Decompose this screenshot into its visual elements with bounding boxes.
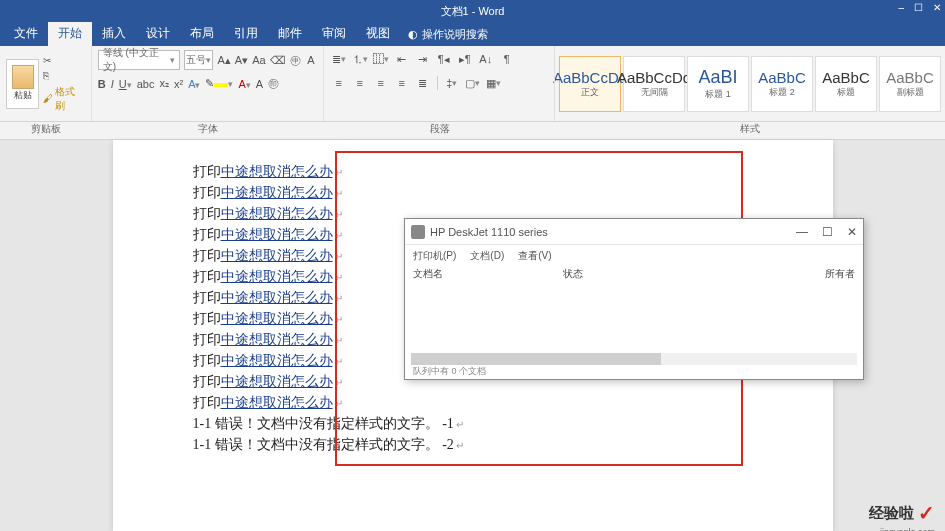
style-sample: AaBbCcDd — [617, 69, 691, 86]
char-shading-button[interactable]: A — [256, 78, 263, 90]
tab-references[interactable]: 引用 — [224, 21, 268, 46]
style-subtitle[interactable]: AaBbC副标题 — [879, 56, 941, 112]
doc-line[interactable]: 打印中途想取消怎么办↵ — [193, 163, 763, 181]
style-label: 标题 — [837, 86, 855, 99]
paste-label: 粘贴 — [14, 89, 32, 102]
show-marks-button[interactable]: ¶ — [498, 50, 516, 68]
cut-button[interactable]: ✂ — [43, 55, 84, 66]
style-heading1[interactable]: AaBI标题 1 — [687, 56, 749, 112]
tab-review[interactable]: 审阅 — [312, 21, 356, 46]
format-painter-button[interactable]: 🖌 格式刷 — [43, 85, 84, 113]
paste-button[interactable]: 粘贴 — [6, 59, 39, 109]
increase-indent-button[interactable]: ⇥ — [414, 50, 432, 68]
group-paragraph: ≣▾ ⒈▾ ⿲▾ ⇤ ⇥ ¶◂ ▸¶ A↓ ¶ ≡ ≡ ≡ ≡ ≣ ‡▾ ▢▾ … — [324, 46, 555, 121]
strike-button[interactable]: abc — [137, 78, 155, 90]
enclose-char-button[interactable]: ㊞ — [268, 76, 279, 91]
menu-document[interactable]: 文档(D) — [470, 249, 504, 263]
change-case-button[interactable]: Aa — [252, 52, 265, 68]
watermark-url: jingyanla.com — [880, 527, 935, 531]
style-nospacing[interactable]: AaBbCcDd无间隔 — [623, 56, 685, 112]
sort-button[interactable]: A↓ — [477, 50, 495, 68]
shrink-font-button[interactable]: A▾ — [235, 52, 248, 68]
col-docname[interactable]: 文档名 — [413, 267, 563, 285]
app-title: 文档1 - Word — [441, 4, 505, 19]
format-painter-label: 格式刷 — [55, 85, 84, 113]
decrease-indent-button[interactable]: ⇤ — [393, 50, 411, 68]
highlight-button[interactable]: ✎▾ — [205, 77, 233, 90]
line-spacing-button[interactable]: ‡▾ — [443, 74, 461, 92]
shading-button[interactable]: ▢▾ — [464, 74, 482, 92]
scrollbar-thumb[interactable] — [411, 353, 661, 365]
col-status[interactable]: 状态 — [563, 267, 713, 285]
superscript-button[interactable]: x² — [174, 78, 183, 90]
dialog-titlebar[interactable]: HP DeskJet 1110 series — ☐ ✕ — [405, 219, 863, 245]
char-border-button[interactable]: A — [305, 52, 317, 68]
font-name-value: 等线 (中文正文) — [103, 46, 170, 74]
label-paragraph: 段落 — [324, 122, 556, 139]
subscript-button[interactable]: x₂ — [159, 77, 169, 90]
dialog-close-icon[interactable]: ✕ — [847, 225, 857, 239]
underline-button[interactable]: U▾ — [119, 78, 132, 90]
style-heading2[interactable]: AaBbC标题 2 — [751, 56, 813, 112]
italic-button[interactable]: I — [111, 78, 114, 90]
doc-line[interactable]: 打印中途想取消怎么办↵ — [193, 394, 763, 412]
doc-error-line[interactable]: 1-1 错误！文档中没有指定样式的文字。 -2↵ — [193, 436, 763, 454]
close-icon[interactable]: ✕ — [933, 2, 941, 13]
label-styles: 样式 — [556, 122, 945, 139]
doc-error-line[interactable]: 1-1 错误！文档中没有指定样式的文字。 -1↵ — [193, 415, 763, 433]
bold-button[interactable]: B — [98, 78, 106, 90]
style-normal[interactable]: AaBbCcDd正文 — [559, 56, 621, 112]
bullets-button[interactable]: ≣▾ — [330, 50, 348, 68]
borders-button[interactable]: ▦▾ — [485, 74, 503, 92]
tab-layout[interactable]: 布局 — [180, 21, 224, 46]
tab-mailings[interactable]: 邮件 — [268, 21, 312, 46]
align-center-button[interactable]: ≡ — [351, 74, 369, 92]
align-left-button[interactable]: ≡ — [330, 74, 348, 92]
ltr-button[interactable]: ¶◂ — [435, 50, 453, 68]
font-size-select[interactable]: 五号▾ — [184, 50, 213, 70]
label-clipboard: 剪贴板 — [0, 122, 92, 139]
justify-button[interactable]: ≡ — [393, 74, 411, 92]
doc-line[interactable]: 打印中途想取消怎么办↵ — [193, 184, 763, 202]
numbering-button[interactable]: ⒈▾ — [351, 50, 369, 68]
group-font: 等线 (中文正文)▾ 五号▾ A▴ A▾ Aa ⌫ ㊥ A B I U▾ abc… — [92, 46, 324, 121]
multilevel-button[interactable]: ⿲▾ — [372, 50, 390, 68]
check-icon: ✓ — [918, 501, 935, 525]
style-sample: AaBbC — [886, 69, 934, 86]
style-label: 正文 — [581, 86, 599, 99]
dialog-minimize-icon[interactable]: — — [796, 225, 808, 239]
dialog-status: 队列中有 0 个文档 — [405, 365, 863, 381]
dialog-scrollbar[interactable] — [411, 353, 857, 365]
style-sample: AaBbC — [758, 69, 806, 86]
copy-button[interactable]: ⎘ — [43, 70, 84, 81]
distribute-button[interactable]: ≣ — [414, 74, 432, 92]
watermark: 经验啦 ✓ jingyanla.com — [869, 501, 935, 525]
align-right-button[interactable]: ≡ — [372, 74, 390, 92]
dialog-title: HP DeskJet 1110 series — [430, 226, 548, 238]
phonetic-button[interactable]: ㊥ — [290, 52, 302, 68]
font-name-select[interactable]: 等线 (中文正文)▾ — [98, 50, 180, 70]
tab-insert[interactable]: 插入 — [92, 21, 136, 46]
style-title[interactable]: AaBbC标题 — [815, 56, 877, 112]
style-label: 标题 1 — [705, 88, 731, 101]
minimize-icon[interactable]: – — [898, 2, 904, 13]
tab-design[interactable]: 设计 — [136, 21, 180, 46]
tab-view[interactable]: 视图 — [356, 21, 400, 46]
print-queue-dialog[interactable]: HP DeskJet 1110 series — ☐ ✕ 打印机(P) 文档(D… — [404, 218, 864, 380]
tab-file[interactable]: 文件 — [4, 21, 48, 46]
menu-printer[interactable]: 打印机(P) — [413, 249, 456, 263]
col-owner[interactable]: 所有者 — [713, 267, 855, 285]
maximize-icon[interactable]: ☐ — [914, 2, 923, 13]
tab-home[interactable]: 开始 — [48, 21, 92, 46]
grow-font-button[interactable]: A▴ — [217, 52, 230, 68]
text-effects-button[interactable]: A▾ — [188, 78, 200, 90]
tell-me[interactable]: ◐ 操作说明搜索 — [400, 23, 496, 46]
window-controls: – ☐ ✕ — [898, 2, 941, 13]
title-bar: 文档1 - Word – ☐ ✕ — [0, 0, 945, 22]
rtl-button[interactable]: ▸¶ — [456, 50, 474, 68]
clear-format-button[interactable]: ⌫ — [270, 52, 286, 68]
dialog-maximize-icon[interactable]: ☐ — [822, 225, 833, 239]
font-color-button[interactable]: A▾ — [238, 78, 250, 90]
menu-view[interactable]: 查看(V) — [518, 249, 551, 263]
dialog-menu: 打印机(P) 文档(D) 查看(V) — [405, 245, 863, 267]
